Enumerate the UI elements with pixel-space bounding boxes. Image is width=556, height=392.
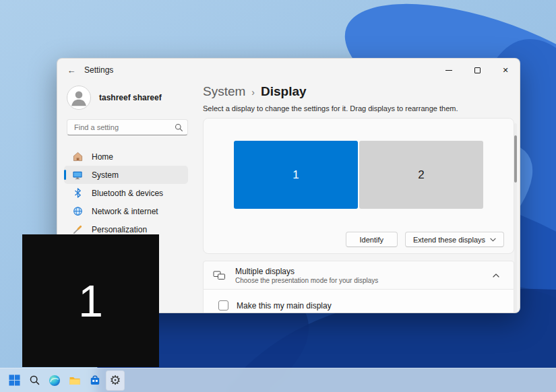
collapse-section-button[interactable] (488, 267, 504, 284)
multiple-displays-card[interactable]: Multiple displays Choose the presentatio… (203, 261, 514, 290)
sidebar-nav: Home System Bluetooth & devices (64, 148, 188, 238)
taskbar-settings-button[interactable]: ⚙ (106, 370, 125, 391)
personalization-brush-icon (72, 224, 83, 235)
identify-button-label: Identify (360, 236, 383, 244)
chevron-down-icon (490, 238, 496, 242)
display-description: Select a display to change the settings … (203, 104, 520, 112)
sidebar-item-bluetooth-devices[interactable]: Bluetooth & devices (64, 184, 188, 202)
make-main-display-label: Make this my main display (237, 301, 332, 311)
display-panel-buttons: Identify Extend these displays (346, 232, 504, 247)
multiple-displays-subtitle: Choose the presentation mode for your di… (235, 277, 378, 284)
taskbar-store-button[interactable] (86, 370, 104, 391)
home-icon (72, 152, 83, 162)
maximize-button[interactable] (463, 59, 491, 81)
monitor-1-number: 1 (292, 168, 299, 182)
user-avatar (67, 86, 91, 110)
taskbar-file-explorer-button[interactable] (65, 370, 84, 391)
sidebar-item-system[interactable]: System (64, 166, 188, 184)
sidebar-item-network-internet[interactable]: Network & internet (64, 202, 188, 220)
sidebar-item-label: Bluetooth & devices (92, 189, 163, 198)
microsoft-store-icon (89, 374, 101, 387)
settings-gear-icon: ⚙ (109, 374, 121, 387)
identify-button[interactable]: Identify (346, 232, 398, 247)
search-box (67, 119, 188, 135)
monitor-2-number: 2 (418, 168, 424, 182)
user-name: tashreef shareef (99, 93, 162, 102)
multiple-displays-texts: Multiple displays Choose the presentatio… (235, 267, 378, 284)
settings-main-content: System › Display Select a display to cha… (203, 81, 520, 313)
file-explorer-icon (69, 374, 81, 387)
search-icon (175, 123, 183, 135)
breadcrumb: System › Display (203, 84, 520, 99)
make-main-display-checkbox[interactable] (218, 300, 228, 311)
close-button[interactable]: ✕ (491, 59, 520, 81)
breadcrumb-separator-icon: › (251, 87, 255, 98)
sidebar-item-home[interactable]: Home (64, 148, 188, 166)
taskbar-edge-button[interactable] (45, 370, 64, 391)
monitor-2[interactable]: 2 (359, 141, 483, 209)
display-arrangement-panel: 1 2 Identify Extend these displays (203, 118, 514, 254)
multiple-displays-icon (213, 270, 226, 281)
monitor-arrangement: 1 2 (204, 119, 514, 209)
minimize-icon (445, 70, 452, 71)
network-globe-icon (72, 206, 83, 217)
selection-accent-bar (64, 170, 66, 180)
user-account-row[interactable]: tashreef shareef (64, 86, 188, 110)
monitor-1[interactable]: 1 (234, 141, 358, 209)
window-controls: ✕ (435, 59, 520, 81)
titlebar: ← Settings ✕ (57, 59, 520, 81)
sidebar-item-label: Personalization (92, 225, 147, 234)
taskbar: ⚙ (0, 368, 556, 392)
sidebar-item-label: Home (92, 152, 113, 162)
window-scrollbar[interactable] (514, 123, 517, 313)
edge-browser-icon (49, 374, 61, 387)
search-icon (29, 374, 40, 386)
minimize-button[interactable] (435, 59, 463, 81)
taskbar-search-button[interactable] (25, 370, 44, 391)
multiple-displays-title: Multiple displays (235, 267, 378, 276)
make-main-display-row: Make this my main display (203, 290, 514, 313)
system-icon (72, 170, 83, 181)
search-input[interactable] (67, 119, 188, 135)
sidebar-item-label: Network & internet (92, 207, 158, 216)
start-button[interactable] (5, 370, 24, 391)
extend-displays-dropdown[interactable]: Extend these displays (405, 232, 504, 247)
maximize-icon (474, 67, 481, 73)
person-icon (67, 86, 90, 109)
scrollbar-thumb[interactable] (514, 135, 517, 183)
breadcrumb-system[interactable]: System (203, 84, 245, 99)
back-button[interactable]: ← (63, 61, 80, 79)
chevron-up-icon (493, 273, 499, 277)
display-identify-overlay: 1 (22, 234, 159, 367)
extend-displays-label: Extend these displays (413, 236, 485, 244)
sidebar-item-label: System (92, 170, 119, 180)
windows-logo-icon (9, 374, 20, 386)
identify-number: 1 (78, 275, 103, 327)
bluetooth-icon (72, 188, 83, 199)
page-title: Display (261, 84, 307, 99)
window-title: Settings (84, 65, 113, 75)
